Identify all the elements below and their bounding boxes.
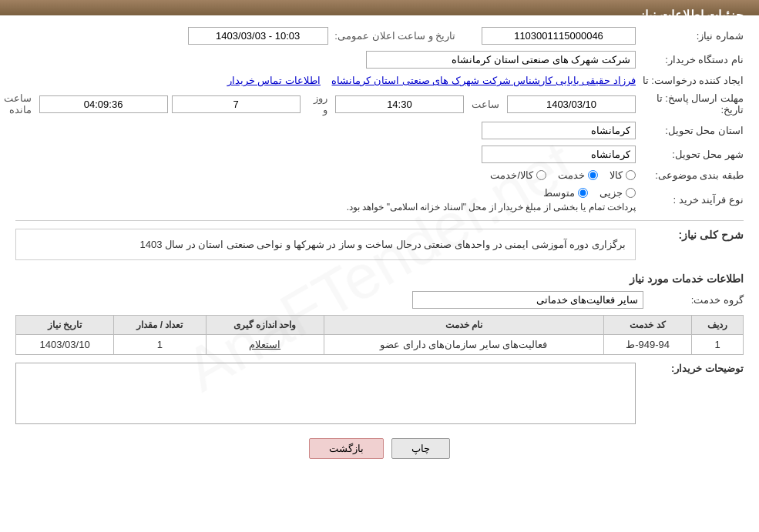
mohlat-mande-input[interactable]: [39, 95, 168, 113]
page-title: جزئیات اطلاعات نیاز: [639, 8, 744, 22]
shahr-label: شهر محل تحویل:: [636, 149, 744, 160]
tozihat-label: توضیحات خریدار:: [636, 363, 744, 374]
separator-1: [15, 220, 744, 221]
noe-motevaset-label: متوسط: [543, 187, 575, 199]
shomare-niaz-value: تاریخ و ساعت اعلان عمومی:: [15, 27, 636, 45]
table-row: 1 949-94-ط فعالیت‌های سایر سازمان‌های دا…: [16, 335, 744, 355]
back-button[interactable]: بازگشت: [309, 438, 384, 459]
shomare-niaz-label: شماره نیاز:: [636, 30, 744, 42]
tabaqe-kala: کالا: [610, 169, 636, 181]
shahr-row: شهر محل تحویل:: [15, 146, 744, 163]
mohlat-date-input[interactable]: [507, 95, 636, 113]
mohlat-row: مهلت ارسال پاسخ: تا تاریخ: ساعت روز و سا…: [15, 92, 744, 115]
ejad-konande-row: ایجاد کننده درخواست: تا فرزاد حقیقی بابا…: [15, 75, 744, 86]
tabaqe-kala-radio[interactable]: [626, 170, 636, 180]
tabaqe-kala-label: کالا: [610, 169, 623, 181]
ostan-row: استان محل تحویل:: [15, 122, 744, 139]
shahr-input[interactable]: [482, 146, 636, 163]
table-header: ردیف کد خدمت نام خدمت واحد اندازه گیری ت…: [16, 316, 744, 335]
mohlat-value: ساعت روز و ساعت باقی مانده: [0, 92, 636, 115]
date-announce-label: تاریخ و ساعت اعلان عمومی:: [334, 30, 455, 42]
shahr-value: [15, 146, 636, 163]
sharh-value: برگزاری دوره آموزشی ایمنی در واحدهای صنع…: [15, 229, 636, 266]
ejad-konande-link[interactable]: اطلاعات تماس خریدار: [227, 75, 321, 86]
tabaqe-kala-khedmat-radio[interactable]: [536, 170, 546, 180]
tozihat-value: [15, 363, 636, 427]
gorohe-label: گروه خدمت:: [643, 294, 744, 306]
col-name: نام خدمت: [324, 316, 603, 335]
mohlat-label: مهلت ارسال پاسخ: تا تاریخ:: [636, 92, 744, 115]
noe-jozii: جزیی: [599, 187, 636, 199]
noe-farayand-value: جزیی متوسط پرداخت تمام یا بخشی از مبلغ خ…: [15, 187, 636, 212]
page-wrapper: AnaFTender.net جزئیات اطلاعات نیاز شماره…: [0, 0, 759, 532]
ejad-konande-name[interactable]: فرزاد حقیقی بابایی کارشناس شرکت شهرک های…: [331, 75, 636, 86]
ostan-value: [15, 122, 636, 139]
gorohe-input[interactable]: [412, 291, 643, 309]
tozihat-textarea[interactable]: [15, 363, 636, 424]
shomare-niaz-row: شماره نیاز: تاریخ و ساعت اعلان عمومی:: [15, 27, 744, 45]
ejad-konande-label: ایجاد کننده درخواست: تا: [636, 75, 744, 86]
noe-motevaset-radio[interactable]: [578, 188, 588, 198]
table-body: 1 949-94-ط فعالیت‌های سایر سازمان‌های دا…: [16, 335, 744, 355]
cell-kod: 949-94-ط: [603, 335, 691, 355]
tabaqe-kala-khedmat-label: کالا/خدمت: [490, 169, 533, 181]
cell-tedad: 1: [114, 335, 206, 355]
sharh-label: شرح کلی نیاز:: [636, 229, 744, 241]
nam-dastgah-label: نام دستگاه خریدار:: [636, 54, 744, 65]
tabaqe-options: کالا خدمت کالا/خدمت: [15, 169, 636, 181]
noe-jozii-label: جزیی: [599, 187, 623, 199]
nam-dastgah-input[interactable]: [366, 51, 636, 69]
khadamat-title: اطلاعات خدمات مورد نیاز: [15, 273, 744, 285]
mohlat-rooz-label: روز و: [308, 92, 327, 115]
noe-farayand-row: نوع فرآیند خرید : جزیی متوسط پرداخت تمام…: [15, 187, 744, 212]
date-announce-input[interactable]: [188, 27, 328, 45]
page-header: جزئیات اطلاعات نیاز: [0, 0, 759, 15]
button-row: چاپ بازگشت: [15, 438, 744, 459]
col-tarikh: تاریخ نیاز: [16, 316, 114, 335]
mohlat-saat-input[interactable]: [335, 95, 464, 113]
cell-vahed[interactable]: استعلام: [206, 335, 324, 355]
sharh-row: شرح کلی نیاز: برگزاری دوره آموزشی ایمنی …: [15, 229, 744, 266]
cell-radif: 1: [692, 335, 744, 355]
col-radif: ردیف: [692, 316, 744, 335]
noe-farayand-label: نوع فرآیند خرید :: [636, 194, 744, 206]
tabaqe-label: طبقه بندی موضوعی:: [636, 169, 744, 181]
col-kod: کد خدمت: [603, 316, 691, 335]
tabaqe-kala-khedmat: کالا/خدمت: [490, 169, 546, 181]
gorohe-row: گروه خدمت:: [15, 291, 744, 309]
tozihat-row: توضیحات خریدار:: [15, 363, 744, 427]
services-table: ردیف کد خدمت نام خدمت واحد اندازه گیری ت…: [15, 315, 744, 355]
tabaqe-row: طبقه بندی موضوعی: کالا خدمت کالا/خدمت: [15, 169, 744, 181]
col-tedad: تعداد / مقدار: [114, 316, 206, 335]
col-vahed: واحد اندازه گیری: [206, 316, 324, 335]
tabaqe-khedmat-label: خدمت: [558, 169, 585, 181]
shomare-niaz-input[interactable]: [482, 27, 636, 45]
cell-tarikh: 1403/03/10: [16, 335, 114, 355]
mohlat-rooz-input[interactable]: [172, 95, 301, 113]
tabaqe-khedmat: خدمت: [558, 169, 598, 181]
tabaqe-khedmat-radio[interactable]: [588, 170, 598, 180]
ostan-input[interactable]: [482, 122, 636, 139]
mohlat-saat-label: ساعت: [472, 99, 499, 110]
noe-farayand-note: پرداخت تمام یا بخشی از مبلغ خریدار از مح…: [15, 202, 636, 212]
nam-dastgah-value: [15, 51, 636, 69]
cell-name: فعالیت‌های سایر سازمان‌های دارای عضو: [324, 335, 603, 355]
mohlat-mande-label: ساعت باقی مانده: [0, 92, 32, 115]
main-content: شماره نیاز: تاریخ و ساعت اعلان عمومی: نا…: [0, 15, 759, 482]
print-button[interactable]: چاپ: [391, 438, 450, 459]
noe-jozii-radio[interactable]: [626, 188, 636, 198]
noe-motevaset: متوسط: [543, 187, 588, 199]
services-table-container: ردیف کد خدمت نام خدمت واحد اندازه گیری ت…: [15, 315, 744, 355]
table-header-row: ردیف کد خدمت نام خدمت واحد اندازه گیری ت…: [16, 316, 744, 335]
sharh-box: برگزاری دوره آموزشی ایمنی در واحدهای صنع…: [15, 229, 636, 260]
ostan-label: استان محل تحویل:: [636, 125, 744, 136]
nam-dastgah-row: نام دستگاه خریدار:: [15, 51, 744, 69]
ejad-konande-value: فرزاد حقیقی بابایی کارشناس شرکت شهرک های…: [15, 75, 636, 86]
